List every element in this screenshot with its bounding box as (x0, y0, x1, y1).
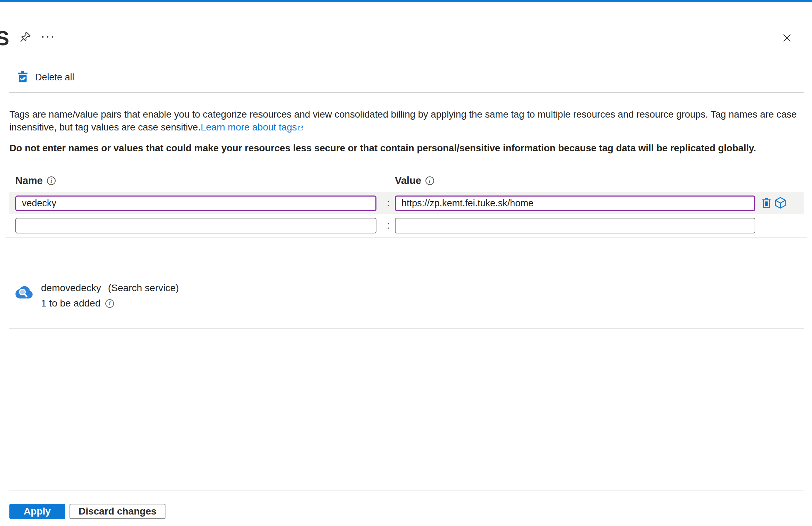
tag-separator: : (384, 192, 392, 214)
footer-actions: Apply Discard changes (9, 504, 165, 519)
cube-icon (773, 196, 787, 211)
ellipsis-icon (41, 35, 55, 40)
blade-title-partial: S (0, 26, 9, 50)
resource-summary: demovedecky (Search service) 1 to be add… (14, 282, 179, 309)
rows-divider (5, 237, 807, 238)
trash-icon (760, 197, 773, 210)
close-icon (781, 32, 793, 45)
name-info-icon[interactable]: i (47, 176, 56, 185)
discard-changes-button[interactable]: Discard changes (70, 504, 165, 519)
pin-button[interactable] (18, 30, 33, 45)
new-tag-value-input[interactable] (395, 218, 755, 233)
apply-button[interactable]: Apply (9, 504, 65, 519)
resource-cube-button[interactable] (773, 196, 787, 210)
tags-description-text: Tags are name/value pairs that enable yo… (9, 109, 797, 133)
status-info-icon[interactable]: i (105, 299, 114, 308)
tag-value-input[interactable] (395, 196, 755, 211)
resource-name: demovedecky (41, 282, 101, 294)
tags-blade: S (0, 0, 812, 526)
resource-status: 1 to be added (41, 298, 100, 309)
more-menu-button[interactable] (40, 30, 56, 45)
value-info-icon[interactable]: i (425, 176, 434, 185)
tags-description: Tags are name/value pairs that enable yo… (9, 108, 806, 134)
search-service-icon (14, 285, 33, 300)
tag-separator: : (384, 214, 392, 237)
toolbar-divider (9, 92, 804, 93)
delete-all-icon (16, 70, 29, 85)
name-column-header: Name i (15, 175, 56, 186)
new-tag-name-input[interactable] (15, 218, 376, 233)
learn-more-link[interactable]: Learn more about tags (201, 122, 297, 133)
azure-top-stripe (0, 0, 812, 2)
external-link-icon (298, 121, 304, 134)
delete-all-button[interactable]: Delete all (16, 70, 74, 85)
resource-divider (9, 328, 804, 329)
name-header-label: Name (15, 175, 43, 186)
tag-row-empty: : (9, 214, 804, 237)
resource-type: (Search service) (108, 282, 179, 294)
tags-warning-text: Do not enter names or values that could … (9, 143, 788, 154)
delete-all-label: Delete all (35, 72, 74, 83)
close-button[interactable] (780, 31, 794, 46)
pin-icon (19, 31, 32, 44)
value-header-label: Value (395, 175, 421, 186)
delete-tag-button[interactable] (760, 196, 773, 210)
tag-row: : (9, 192, 804, 214)
value-column-header: Value i (395, 175, 434, 186)
footer-divider (9, 491, 804, 491)
tag-name-input[interactable] (15, 196, 376, 211)
